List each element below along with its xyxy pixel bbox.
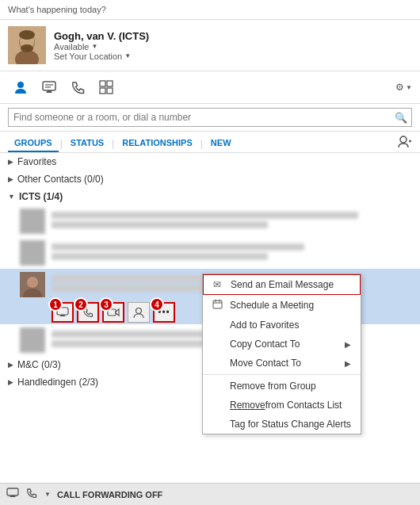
search-bar: 🔍: [0, 104, 420, 132]
svg-point-14: [400, 136, 407, 143]
tab-relationships[interactable]: RELATIONSHIPS: [116, 136, 198, 152]
call-badge: 2: [74, 297, 88, 312]
avatar-image: [8, 26, 46, 64]
contact-text-2: [52, 243, 412, 262]
group-other-contacts[interactable]: ▶ Other Contacts (0/0): [0, 170, 420, 188]
search-input[interactable]: [8, 108, 412, 127]
contact-tabs: GROUPS | STATUS | RELATIONSHIPS | NEW: [0, 132, 420, 153]
chat-badge: 1: [48, 297, 63, 312]
calendar-icon: [212, 299, 225, 312]
handledingen-collapse-arrow: ▶: [8, 378, 13, 386]
chat-action-button[interactable]: 1: [52, 302, 74, 323]
svg-point-6: [17, 82, 24, 88]
call-action-button[interactable]: 2: [77, 302, 99, 323]
copy-submenu-arrow: ▶: [345, 340, 351, 349]
icts-label: ICTS (1/4): [19, 191, 63, 202]
video-action-button[interactable]: 3: [102, 302, 124, 323]
svg-rect-13: [107, 88, 113, 94]
svg-point-18: [27, 277, 38, 288]
banner-text: What's happening today?: [8, 5, 106, 14]
mc-label: M&C (0/3): [17, 359, 61, 370]
svg-point-22: [136, 308, 142, 314]
contact-item-2[interactable]: [0, 237, 420, 269]
group-favorites[interactable]: ▶ Favorites: [0, 153, 420, 170]
user-status[interactable]: Available ▼: [54, 42, 149, 52]
nav-chat-icon[interactable]: [36, 76, 62, 98]
avatar: [8, 26, 46, 64]
handledingen-label: Handledingen (2/3): [17, 377, 98, 388]
nav-phone-icon[interactable]: [65, 76, 90, 98]
svg-rect-10: [100, 81, 105, 86]
svg-point-5: [21, 44, 33, 52]
context-menu-separator: [203, 374, 361, 375]
svg-rect-12: [100, 88, 105, 94]
icts-collapse-arrow: ▼: [8, 193, 15, 201]
status-dropdown-arrow: ▼: [91, 43, 97, 50]
favorites-collapse-arrow: ▶: [8, 158, 13, 166]
context-menu-remove-group[interactable]: Remove from Group: [203, 377, 361, 396]
svg-rect-27: [7, 488, 18, 495]
profile-action-button[interactable]: [128, 302, 150, 323]
context-menu: ✉ Send an Email Message Schedule a Meeti…: [202, 274, 361, 434]
other-contacts-collapse-arrow: ▶: [8, 175, 13, 183]
tab-groups[interactable]: GROUPS: [8, 136, 59, 152]
nav-icons-row: ⚙ ▼: [0, 71, 420, 104]
settings-gear[interactable]: ⚙ ▼: [395, 82, 412, 93]
context-menu-copy-contact[interactable]: Copy Contact To ▶: [203, 335, 361, 354]
location-dropdown-arrow: ▼: [124, 52, 131, 59]
svg-point-4: [19, 30, 35, 40]
tab-status[interactable]: STATUS: [64, 136, 110, 152]
search-magnifier-icon: 🔍: [395, 112, 407, 124]
other-contacts-label: Other Contacts (0/0): [17, 174, 104, 185]
top-banner: What's happening today?: [0, 0, 420, 20]
tab-new[interactable]: NEW: [204, 136, 238, 152]
move-submenu-arrow: ▶: [345, 359, 351, 368]
group-icts[interactable]: ▼ ICTS (1/4): [0, 188, 420, 205]
user-info: Gogh, van V. (ICTS) Available ▼ Set Your…: [54, 30, 149, 61]
user-profile: Gogh, van V. (ICTS) Available ▼ Set Your…: [0, 20, 420, 71]
svg-rect-11: [107, 81, 113, 86]
nav-contacts-icon[interactable]: [8, 76, 33, 98]
contact-avatar-2: [20, 240, 45, 266]
svg-rect-23: [213, 300, 222, 308]
gear-icon: ⚙: [395, 82, 404, 93]
mc-collapse-arrow: ▶: [8, 361, 13, 369]
gear-dropdown-arrow: ▼: [406, 84, 412, 91]
status-bar: ▼ CALL FORWARDING OFF: [0, 483, 420, 505]
contact-avatar-4: [20, 327, 45, 353]
svg-rect-7: [43, 82, 55, 90]
search-wrapper: 🔍: [8, 108, 412, 127]
contact-text-1: [52, 212, 412, 231]
context-menu-move-contact[interactable]: Move Contact To ▶: [203, 354, 361, 373]
status-bar-phone-icon[interactable]: [25, 487, 38, 502]
video-badge: 3: [99, 297, 113, 312]
contact-avatar-1: [20, 209, 45, 234]
favorites-label: Favorites: [17, 156, 56, 167]
status-bar-phone-dropdown[interactable]: ▼: [44, 491, 51, 498]
user-location[interactable]: Set Your Location ▼: [54, 52, 149, 61]
contact-item-1[interactable]: [0, 205, 420, 237]
context-menu-add-favorites[interactable]: Add to Favorites: [203, 316, 361, 335]
context-menu-schedule-meeting[interactable]: Schedule a Meeting: [203, 295, 361, 316]
more-badge: 4: [150, 297, 164, 312]
nav-grid-icon[interactable]: [94, 76, 119, 98]
add-contact-button[interactable]: [398, 135, 412, 152]
status-bar-chat-icon[interactable]: [6, 487, 19, 502]
context-menu-tag-alerts[interactable]: Tag for Status Change Alerts: [203, 415, 361, 434]
call-forwarding-status: CALL FORWARDING OFF: [57, 490, 162, 499]
email-icon: ✉: [213, 279, 226, 290]
more-action-button[interactable]: 4 •••: [153, 302, 175, 323]
context-menu-send-email[interactable]: ✉ Send an Email Message: [203, 274, 361, 295]
user-name: Gogh, van V. (ICTS): [54, 30, 149, 42]
contact-avatar-3: [20, 272, 45, 297]
context-menu-remove-contacts-list[interactable]: Remove from Contacts List: [203, 396, 361, 415]
